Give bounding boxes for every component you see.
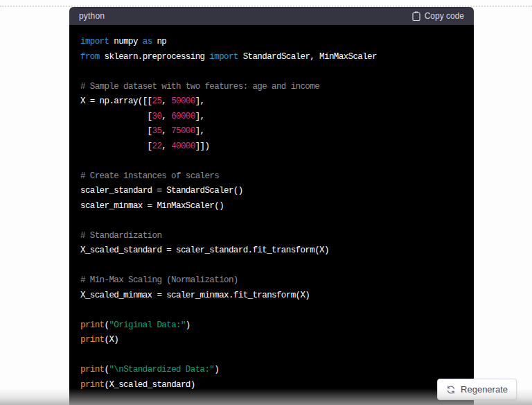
code-line: # Sample dataset with two features: age … [80, 80, 463, 95]
regenerate-button[interactable]: Regenerate [437, 379, 517, 400]
code-token: (X_scaled_standard) [105, 380, 195, 390]
code-token: ) [214, 365, 219, 374]
code-line: print(X) [80, 333, 463, 348]
code-token: # Standardization [80, 231, 161, 241]
code-line [80, 303, 463, 318]
code-token: , [161, 96, 171, 106]
code-token: from [80, 52, 100, 62]
code-token: # Create instances of scalers [80, 171, 219, 181]
page-background: { "code_block": { "language_label": "pyt… [0, 0, 532, 405]
code-token: 22 [152, 141, 162, 151]
code-token: (X) [105, 335, 119, 345]
code-token: "\nStandardized Data:" [109, 365, 214, 374]
code-line [80, 259, 463, 274]
code-token: 75000 [171, 126, 195, 136]
code-line: # Create instances of scalers [80, 169, 463, 184]
code-token: , [161, 112, 171, 121]
code-token: import [80, 37, 109, 46]
code-token: print [80, 380, 105, 390]
code-line: X = np.array([[25, 50000], [80, 94, 463, 110]
code-line: X_scaled_standard = scaler_standard.fit_… [80, 243, 463, 259]
code-token: X_scaled_minmax = scaler_minmax.fit_tran… [80, 291, 310, 300]
code-token: 25 [152, 96, 162, 106]
code-token: as [143, 37, 152, 46]
code-line: from sklearn.preprocessing import Standa… [80, 50, 463, 65]
code-token: numpy [109, 37, 142, 46]
code-token: print [80, 320, 105, 330]
code-token: [ [80, 112, 152, 121]
code-token: , [161, 126, 171, 136]
code-token: ) [186, 320, 190, 330]
code-block: python Copy code import numpy as npfrom … [69, 7, 474, 405]
code-token: 30 [152, 112, 162, 121]
code-token: np [152, 37, 167, 46]
code-token: ], [195, 112, 205, 121]
code-line: scaler_standard = StandardScaler() [80, 184, 463, 199]
code-line: scaler_minmax = MinMaxScaler() [80, 199, 463, 214]
code-token: ], [195, 126, 205, 136]
code-token: scaler_standard = StandardScaler() [80, 186, 243, 196]
code-token: StandardScaler, MinMaxScaler [238, 52, 377, 62]
code-token: # Min-Max Scaling (Normalization) [80, 275, 238, 285]
code-line: print(X_scaled_standard) [80, 378, 463, 393]
code-token: ]]) [195, 141, 210, 151]
code-line: import numpy as np [80, 35, 463, 50]
code-token: # Sample dataset with two features: age … [80, 82, 319, 92]
code-token: [ [80, 126, 152, 136]
code-line: [35, 75000], [80, 124, 463, 139]
code-token: , [161, 141, 171, 151]
regenerate-label: Regenerate [461, 384, 508, 395]
code-token: 50000 [171, 96, 195, 106]
code-token: scaler_minmax = MinMaxScaler() [80, 201, 224, 211]
code-token: print [80, 365, 105, 374]
code-token: 60000 [171, 112, 195, 121]
code-token: print [80, 335, 105, 345]
code-token: "Original Data:" [109, 320, 185, 330]
regenerate-icon [446, 385, 456, 395]
code-line: # Min-Max Scaling (Normalization) [80, 273, 463, 288]
code-token: X_scaled_standard = scaler_standard.fit_… [80, 245, 329, 255]
copy-code-label: Copy code [425, 11, 464, 21]
code-header: python Copy code [69, 7, 474, 25]
language-label: python [79, 11, 105, 21]
clipboard-icon [412, 11, 420, 21]
code-line: X_scaled_minmax = scaler_minmax.fit_tran… [80, 288, 463, 304]
code-token: [ [80, 141, 152, 151]
code-line: # Standardization [80, 229, 463, 244]
code-lines: import numpy as npfrom sklearn.preproces… [80, 35, 463, 393]
code-line: print("Original Data:") [80, 318, 463, 334]
code-line [80, 154, 463, 169]
code-line [80, 348, 463, 363]
copy-code-button[interactable]: Copy code [412, 11, 464, 21]
code-line: print("\nStandardized Data:") [80, 363, 463, 378]
code-token: import [209, 52, 238, 62]
code-token: sklearn.preprocessing [100, 52, 210, 62]
code-line: [30, 60000], [80, 110, 463, 125]
code-line: [22, 40000]]) [80, 139, 463, 155]
code-area: import numpy as npfrom sklearn.preproces… [69, 25, 474, 405]
code-line [80, 64, 463, 80]
code-line [80, 214, 463, 229]
code-token: X = np.array([[ [80, 96, 152, 106]
code-token: ], [195, 96, 205, 106]
code-token: 40000 [171, 141, 195, 151]
code-token: 35 [152, 126, 162, 136]
